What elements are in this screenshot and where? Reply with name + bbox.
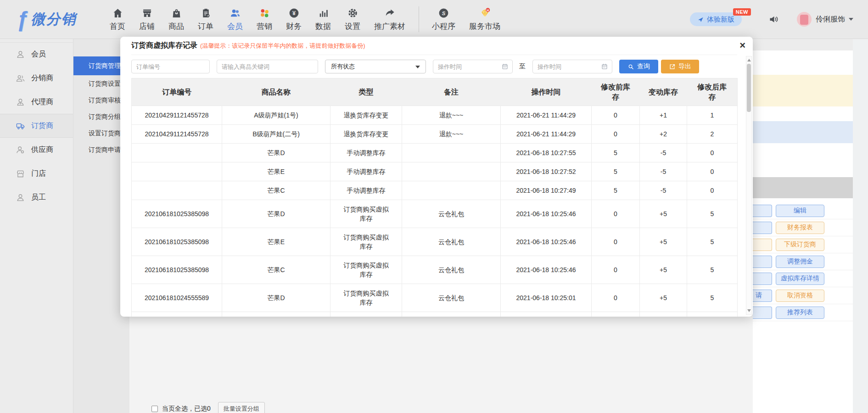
cell-order-number — [132, 181, 222, 200]
nav-item[interactable]: 店铺 — [132, 0, 162, 39]
cell-stock-change: +5 — [640, 284, 687, 312]
clipped-button-fragment[interactable] — [753, 239, 772, 251]
start-time-field — [433, 60, 513, 73]
cell-stock-after: 1 — [687, 106, 738, 125]
col-header-before: 修改前库存 — [592, 78, 640, 106]
nav-item[interactable]: 小程序 — [419, 6, 462, 32]
cell-type: 手动调整库存 — [330, 162, 402, 181]
cell-stock-before: 5 — [592, 181, 640, 200]
promo-icon — [384, 7, 396, 19]
cell-order-number: 202104291121455728 — [132, 125, 222, 144]
cell-order-number: 202106181025385098 — [132, 256, 222, 284]
clipped-button-fragment[interactable] — [753, 222, 772, 234]
nav-item[interactable]: 营销 — [250, 0, 279, 39]
cell-product-name — [222, 312, 330, 317]
search-button-label: 查询 — [637, 62, 650, 71]
table-row: 202104291121455728 B级葫芦娃(二号) 退换货库存变更 退款~… — [132, 125, 738, 144]
scroll-down-arrow-icon[interactable] — [747, 309, 751, 312]
nav-item[interactable]: 设置 — [338, 0, 367, 39]
background-table-header-strip — [753, 177, 853, 198]
sidebar-item[interactable]: 代理商 — [0, 90, 73, 114]
virtual-inventory-modal: × 订货商虚拟库存记录 (温馨提示：该记录只保留半年内的数据，请提前做好数据备份… — [120, 37, 753, 317]
sidebar-item-label: 代理商 — [31, 97, 53, 107]
cell-operate-time: 2021-06-18 10:27:52 — [501, 162, 592, 181]
sidebar-item[interactable]: 会员 — [0, 42, 73, 66]
order-number-input[interactable] — [131, 60, 210, 73]
cell-order-number: 202104291121455728 — [132, 106, 222, 125]
cell-stock-after: 5 — [687, 228, 738, 256]
scrollbar-thumb[interactable] — [747, 64, 751, 112]
cell-product-name: 芒果D — [222, 144, 330, 162]
cell-stock-after: 5 — [687, 284, 738, 312]
row-action-button[interactable]: 取消资格 — [776, 290, 824, 302]
row-action-button[interactable]: 编辑 — [776, 205, 824, 217]
user-name[interactable]: 伶俐服饰 — [816, 15, 845, 24]
cell-type: 订货商购买虚拟 — [330, 312, 402, 317]
cell-stock-before: 0 — [592, 125, 640, 144]
clipped-button-fragment[interactable]: 请 — [753, 290, 772, 302]
nav-item[interactable]: 首页 — [103, 0, 132, 39]
nav-item[interactable]: 会员 — [220, 0, 250, 39]
col-header-type: 类型 — [330, 78, 402, 106]
logo-mark-icon: ƒ — [17, 9, 28, 30]
cell-operate-time: 2021-06-18 10:27:49 — [501, 181, 592, 200]
row-action-button[interactable]: 调整佣金 — [776, 256, 824, 268]
cell-operate-time: 2021-06-21 11:44:29 — [501, 125, 592, 144]
modal-scrollbar[interactable] — [746, 56, 752, 315]
sidebar-item[interactable]: 供应商 — [0, 138, 73, 162]
user-menu-chevron-down-icon[interactable] — [849, 18, 853, 21]
row-action-button[interactable]: 财务报表 — [776, 222, 824, 234]
announcement-speaker-icon[interactable] — [768, 14, 779, 25]
calendar-icon — [601, 63, 608, 70]
sidebar-item-label: 订货商 — [31, 121, 53, 131]
background-action-row: 请 取消资格 — [753, 287, 853, 304]
cell-stock-after: 0 — [687, 144, 738, 162]
table-row: 202106181024555589 芒果D 订货商购买虚拟库存 云仓礼包 20… — [132, 284, 738, 312]
try-new-version-button[interactable]: 体验新版 NEW — [690, 12, 742, 26]
batch-set-group-button[interactable]: 批量设置分组 — [218, 402, 265, 413]
settings-icon — [347, 7, 358, 19]
nav-item[interactable]: 财务 — [279, 0, 308, 39]
main-nav: 首页 店铺 商品 订单 会员 营销 — [103, 0, 507, 39]
select-all-checkbox[interactable] — [151, 406, 158, 412]
cell-stock-after: 0 — [687, 181, 738, 200]
cell-operate-time: 2021-06-18 10:25:01 — [501, 284, 592, 312]
col-header-order: 订单编号 — [132, 78, 222, 106]
sidebar-item[interactable]: 员工 — [0, 185, 73, 209]
status-select-value: 所有状态 — [331, 62, 355, 71]
sidebar-item[interactable]: 订货商 — [0, 114, 73, 138]
nav-item[interactable]: 商品 — [162, 0, 191, 39]
nav-item[interactable]: 服务市场 — [462, 0, 507, 39]
clipped-button-fragment[interactable] — [753, 307, 772, 319]
clipped-button-fragment[interactable] — [753, 205, 772, 217]
clipped-button-fragment[interactable] — [753, 256, 772, 268]
row-action-button[interactable]: 虚拟库存详情 — [776, 273, 824, 285]
cell-product-name: B级葫芦娃(二号) — [222, 125, 330, 144]
nav-item[interactable]: 推广素材 — [367, 0, 412, 39]
sidebar-item[interactable]: 分销商 — [0, 66, 73, 90]
nav-item[interactable]: 数据 — [308, 0, 338, 39]
cell-type: 退换货库存变更 — [330, 125, 402, 144]
table-row: 订货商购买虚拟 — [132, 312, 738, 317]
close-icon[interactable]: × — [739, 39, 745, 51]
sidebar-item[interactable]: 门店 — [0, 162, 73, 185]
start-time-input[interactable] — [433, 60, 513, 73]
clipped-button-fragment[interactable] — [753, 273, 772, 285]
export-button[interactable]: 导出 — [661, 60, 699, 73]
row-action-button[interactable]: 推荐列表 — [776, 307, 824, 319]
nav-item-label: 服务市场 — [469, 21, 500, 32]
end-time-input[interactable] — [532, 60, 612, 73]
user-avatar[interactable] — [797, 12, 812, 27]
status-select[interactable]: 所有状态 — [325, 60, 426, 73]
nav-item[interactable]: 订单 — [191, 0, 220, 39]
search-button[interactable]: 查询 — [619, 60, 658, 73]
rocket-icon — [697, 16, 704, 23]
row-action-button[interactable]: 下级订货商 — [776, 239, 824, 251]
cell-note — [402, 162, 501, 181]
cell-note — [402, 181, 501, 200]
cell-type: 订货商购买虚拟库存 — [330, 256, 402, 284]
scroll-up-arrow-icon[interactable] — [747, 59, 751, 61]
distributor-icon — [16, 73, 25, 83]
product-keyword-input[interactable] — [217, 60, 318, 73]
submenu-item-label: 订货商审核 — [89, 96, 121, 104]
